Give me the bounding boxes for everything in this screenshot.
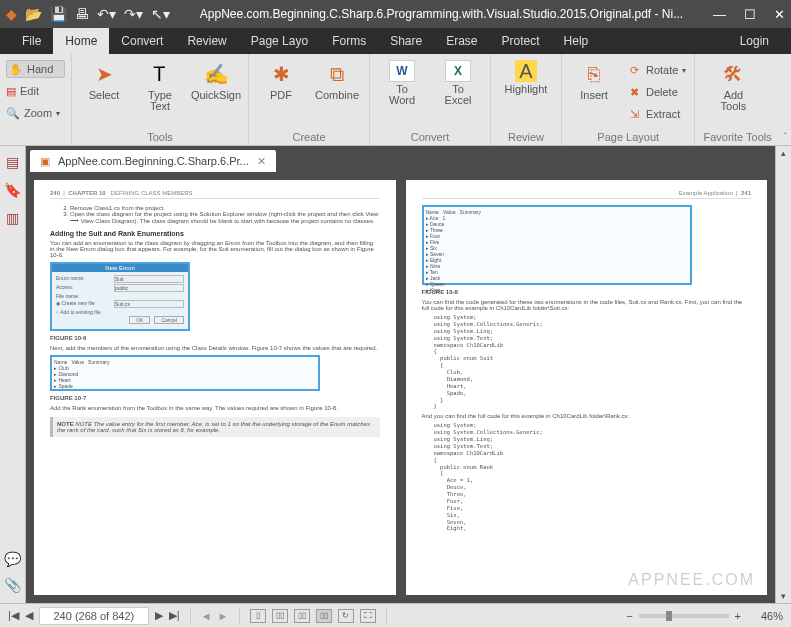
workspace: ▤ 🔖 ▥ 💬 📎 ▣ AppNee.com.Beginning.C.Sharp…: [0, 146, 791, 603]
hand-icon: ✋: [9, 63, 23, 76]
save-icon[interactable]: 💾: [50, 6, 67, 22]
menu-home[interactable]: Home: [53, 28, 109, 54]
titlebar: ◆ 📂 💾 🖶 ↶▾ ↷▾ ↖▾ AppNee.com.Beginning.C.…: [0, 0, 791, 28]
first-page-button[interactable]: |◀: [8, 609, 19, 622]
pages-panel-icon[interactable]: ▤: [6, 154, 19, 170]
pdf-icon: ✱: [267, 60, 295, 88]
print-icon[interactable]: 🖶: [75, 6, 89, 22]
comments-panel-icon[interactable]: 💬: [4, 551, 21, 567]
page-number-input[interactable]: 240 (268 of 842): [39, 607, 149, 625]
ribbon-panel-convert: WTo Word XTo Excel Convert: [370, 54, 491, 145]
page-viewport[interactable]: 240 | CHAPTER 10 DEFINING CLASS MEMBERS …: [26, 172, 775, 603]
extract-icon: ⇲: [626, 108, 642, 121]
menu-review[interactable]: Review: [175, 28, 238, 54]
signature-icon: ✍: [202, 60, 230, 88]
typetext-icon: Ꭲ: [146, 60, 174, 88]
panel-title-convert: Convert: [378, 128, 482, 143]
continuous-view[interactable]: ▯▯: [272, 609, 288, 623]
insert-button[interactable]: ⎘Insert: [570, 58, 618, 128]
tab-close-button[interactable]: ✕: [257, 155, 266, 168]
document-tabbar: ▣ AppNee.com.Beginning.C.Sharp.6.Pr... ✕: [26, 146, 775, 172]
ribbon-collapse-button[interactable]: ˇ: [784, 132, 787, 143]
fullscreen-view[interactable]: ⛶: [360, 609, 376, 623]
prev-page-button[interactable]: ◀: [25, 609, 33, 622]
next-page-button[interactable]: ▶: [155, 609, 163, 622]
quicksign-button[interactable]: ✍QuickSign: [192, 58, 240, 128]
zoom-icon: 🔍: [6, 107, 20, 120]
select-button[interactable]: ➤Select: [80, 58, 128, 128]
menubar: File Home Convert Review Page Layo Forms…: [0, 28, 791, 54]
pdf-button[interactable]: ✱PDF: [257, 58, 305, 128]
highlight-icon: A: [515, 60, 537, 82]
ribbon-panel-favtools: 🛠Add Tools Favorite Tools: [695, 54, 779, 145]
view-tools-panel: ✋Hand ▤Edit 🔍Zoom▾: [0, 54, 72, 145]
combine-icon: ⧉: [323, 60, 351, 88]
typetext-button[interactable]: ᎢType Text: [136, 58, 184, 128]
undo-icon[interactable]: ↶▾: [97, 6, 116, 22]
rotate-view[interactable]: ↻: [338, 609, 354, 623]
facing-view[interactable]: ▯▯: [294, 609, 310, 623]
login-link[interactable]: Login: [728, 28, 781, 54]
attachments-panel-icon[interactable]: 📎: [4, 577, 21, 593]
nav-forward-button[interactable]: ►: [218, 610, 229, 622]
menu-erase[interactable]: Erase: [434, 28, 489, 54]
layers-panel-icon[interactable]: ▥: [6, 210, 19, 226]
rotate-button[interactable]: ⟳Rotate▾: [626, 60, 686, 80]
edit-tool[interactable]: ▤Edit: [6, 82, 65, 100]
menu-help[interactable]: Help: [552, 28, 601, 54]
zoom-out-button[interactable]: −: [626, 610, 632, 622]
zoom-in-button[interactable]: +: [735, 610, 741, 622]
vertical-scrollbar[interactable]: ▴ ▾: [775, 146, 791, 603]
redo-icon[interactable]: ↷▾: [124, 6, 143, 22]
pointer-icon[interactable]: ↖▾: [151, 6, 170, 22]
zoom-group: − + 46%: [626, 610, 783, 622]
extract-button[interactable]: ⇲Extract: [626, 104, 686, 124]
nav-back-button[interactable]: ◄: [201, 610, 212, 622]
combine-button[interactable]: ⧉Combine: [313, 58, 361, 128]
zoom-tool[interactable]: 🔍Zoom▾: [6, 104, 65, 122]
document-tab[interactable]: ▣ AppNee.com.Beginning.C.Sharp.6.Pr... ✕: [30, 150, 276, 172]
figure-dialog: New Enum Enum name: Access: File name: ◉…: [50, 262, 190, 331]
ribbon-panel-pagelayout: ⎘Insert ⟳Rotate▾ ✖Delete ⇲Extract Page L…: [562, 54, 695, 145]
panel-title-review: Review: [499, 128, 553, 143]
menu-pagelayout[interactable]: Page Layo: [239, 28, 320, 54]
window-title: AppNee.com.Beginning.C.Sharp.6.Programmi…: [170, 7, 713, 21]
app-icon: ◆: [6, 6, 17, 22]
watermark: APPNEE.COM: [628, 571, 755, 589]
hand-tool[interactable]: ✋Hand: [6, 60, 65, 78]
scroll-up-icon[interactable]: ▴: [781, 146, 786, 160]
panel-title-pagelayout: Page Layout: [570, 128, 686, 143]
toword-button[interactable]: WTo Word: [378, 58, 426, 128]
bookmarks-panel-icon[interactable]: 🔖: [4, 182, 21, 198]
quick-access-toolbar: ◆ 📂 💾 🖶 ↶▾ ↷▾ ↖▾: [6, 6, 170, 22]
zoom-value[interactable]: 46%: [747, 610, 783, 622]
panel-title-tools: Tools: [80, 128, 240, 143]
scroll-down-icon[interactable]: ▾: [781, 589, 786, 603]
open-icon[interactable]: 📂: [25, 6, 42, 22]
menu-share[interactable]: Share: [378, 28, 434, 54]
facing-continuous-view[interactable]: ▯▯: [316, 609, 332, 623]
minimize-button[interactable]: —: [713, 7, 726, 22]
ribbon-panel-create: ✱PDF ⧉Combine Create: [249, 54, 370, 145]
figure-table: Name Value Summary▸ Ace 1▸ Deuce▸ Three▸…: [422, 205, 692, 285]
pdf-tab-icon: ▣: [40, 155, 50, 168]
maximize-button[interactable]: ☐: [744, 7, 756, 22]
ribbon: ✋Hand ▤Edit 🔍Zoom▾ ➤Select ᎢType Text ✍Q…: [0, 54, 791, 146]
insert-icon: ⎘: [580, 60, 608, 88]
menu-protect[interactable]: Protect: [490, 28, 552, 54]
menu-forms[interactable]: Forms: [320, 28, 378, 54]
ribbon-panel-review: AHighlight Review: [491, 54, 562, 145]
highlight-button[interactable]: AHighlight: [499, 58, 553, 128]
menu-file[interactable]: File: [10, 28, 53, 54]
addtools-button[interactable]: 🛠Add Tools: [703, 58, 763, 128]
statusbar: |◀ ◀ 240 (268 of 842) ▶ ▶| ◄ ► ▯ ▯▯ ▯▯ ▯…: [0, 603, 791, 627]
delete-button[interactable]: ✖Delete: [626, 82, 686, 102]
view-mode-group: ▯ ▯▯ ▯▯ ▯▯ ↻ ⛶: [250, 609, 376, 623]
close-button[interactable]: ✕: [774, 7, 785, 22]
single-page-view[interactable]: ▯: [250, 609, 266, 623]
last-page-button[interactable]: ▶|: [169, 609, 180, 622]
tools-icon: 🛠: [719, 60, 747, 88]
menu-convert[interactable]: Convert: [109, 28, 175, 54]
zoom-slider[interactable]: [639, 614, 729, 618]
toexcel-button[interactable]: XTo Excel: [434, 58, 482, 128]
